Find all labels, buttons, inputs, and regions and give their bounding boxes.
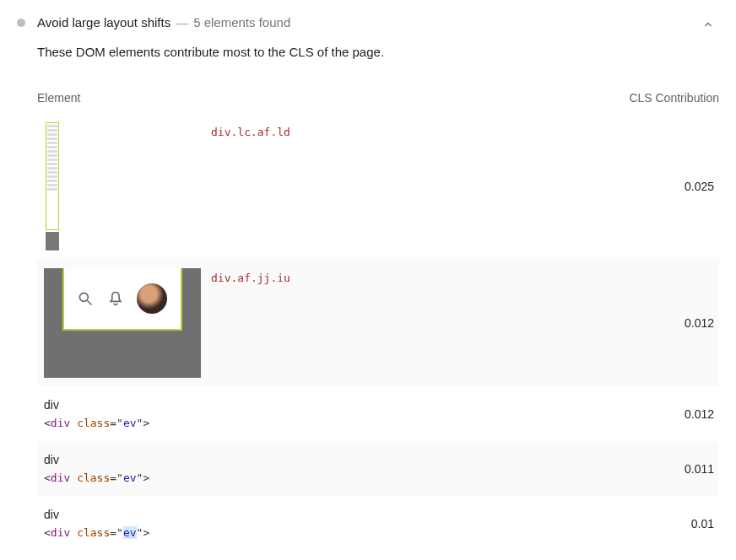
audit-description: These DOM elements contribute most to th… <box>0 36 736 67</box>
element-selector: div.lc.af.ld <box>201 122 652 138</box>
element-code: <div class="ev"> <box>44 471 652 484</box>
cls-value: 0.011 <box>652 462 719 476</box>
element-selector: div.af.jj.iu <box>201 268 652 284</box>
element-thumbnail <box>44 122 201 250</box>
column-contribution: CLS Contribution <box>629 91 719 105</box>
bell-icon <box>106 289 125 308</box>
table-row[interactable]: div <div class="ev"> 0.012 <box>37 386 719 441</box>
audit-section: Avoid large layout shifts — 5 elements f… <box>0 0 736 551</box>
element-name: div <box>44 508 652 521</box>
table-row[interactable]: div.af.jj.iu 0.012 <box>37 259 719 386</box>
search-icon <box>76 289 95 308</box>
chevron-up-icon[interactable] <box>701 17 716 32</box>
table-row[interactable]: div <div class="ev"> 0.011 <box>37 441 719 496</box>
element-code: <div class="ev"> <box>44 417 652 429</box>
cls-value: 0.012 <box>652 407 719 421</box>
audit-separator: — <box>176 15 188 30</box>
svg-line-1 <box>88 301 92 305</box>
element-name: div <box>44 453 652 466</box>
table-row[interactable]: div <div class="ev"> 0.01 <box>37 496 719 551</box>
element-thumbnail <box>44 268 201 378</box>
column-element: Element <box>37 91 80 105</box>
cls-value: 0.012 <box>652 316 719 330</box>
element-code: <div class="ev"> <box>44 526 652 539</box>
avatar <box>137 283 167 314</box>
svg-point-0 <box>79 293 88 301</box>
cls-table: Element CLS Contribution div.lc.af.ld 0.… <box>37 91 719 551</box>
cls-value: 0.01 <box>652 517 719 530</box>
table-row[interactable]: div.lc.af.ld 0.025 <box>37 113 719 259</box>
audit-title: Avoid large layout shifts <box>37 15 170 30</box>
status-bullet <box>17 19 25 27</box>
element-name: div <box>44 398 652 412</box>
table-header: Element CLS Contribution <box>37 91 719 113</box>
audit-header[interactable]: Avoid large layout shifts — 5 elements f… <box>0 0 736 36</box>
audit-subtitle: 5 elements found <box>193 15 290 30</box>
cls-value: 0.025 <box>652 180 719 193</box>
